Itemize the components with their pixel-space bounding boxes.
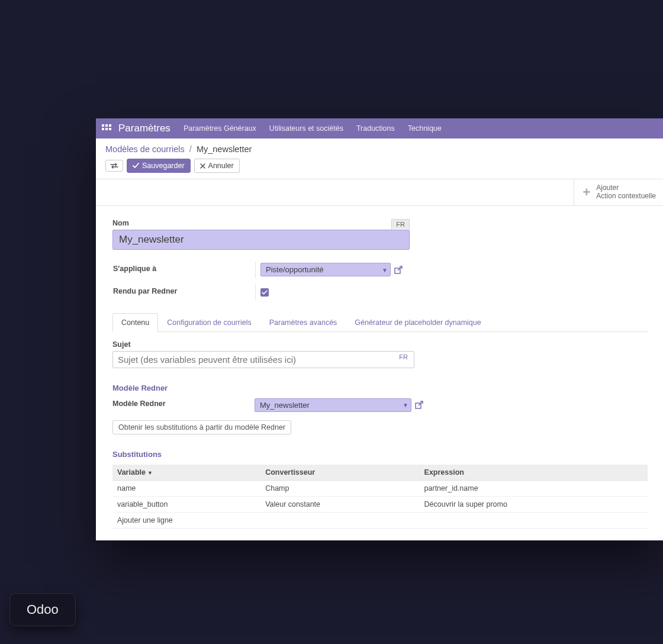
subject-lang-badge[interactable]: FR <box>395 352 412 362</box>
context-strip: + Ajouter Action contextuelle <box>96 179 663 206</box>
add-context-action-button[interactable]: + Ajouter Action contextuelle <box>574 179 663 205</box>
breadcrumb-row: Modèles de courriels / My_newsletter <box>96 139 663 159</box>
action-row: Sauvegarder Annuler <box>96 159 663 179</box>
col-header-expression[interactable]: Expression <box>420 465 648 481</box>
applies-to-value: Piste/opportunité <box>266 265 324 274</box>
cell-variable: variable_button <box>112 496 260 512</box>
tab-email-config[interactable]: Configuration de courriels <box>158 313 260 332</box>
tab-advanced[interactable]: Paramètres avancés <box>260 313 346 332</box>
redner-render-checkbox[interactable] <box>260 288 269 297</box>
cell-converter: Valeur constante <box>260 496 419 512</box>
app-title: Paramètres <box>118 123 170 134</box>
save-button[interactable]: Sauvegarder <box>127 159 191 173</box>
app-window: Paramètres Paramètres Généraux Utilisate… <box>96 118 663 540</box>
svg-rect-2 <box>109 124 111 127</box>
col-header-variable[interactable]: Variable▼ <box>112 465 260 481</box>
tab-placeholder-generator[interactable]: Générateur de placeholder dynamique <box>346 313 490 332</box>
chevron-down-icon: ▼ <box>403 402 408 408</box>
applies-to-label: S'applique à <box>113 265 255 273</box>
subject-wrap: FR <box>112 351 414 368</box>
cell-converter: Champ <box>260 480 419 496</box>
form-body: Nom FR S'applique à Piste/opportunité ▼ <box>96 206 663 540</box>
breadcrumb: Modèles de courriels / My_newsletter <box>105 144 655 154</box>
redner-render-label: Rendu par Redner <box>113 287 255 295</box>
substitutions-section-title: Substitutions <box>112 450 648 459</box>
external-link-icon[interactable] <box>415 401 423 409</box>
save-button-label: Sauvegarder <box>142 162 185 170</box>
nav-item-translations[interactable]: Traductions <box>356 124 395 133</box>
get-substitutions-button[interactable]: Obtenir les substitutions à partir du mo… <box>112 420 291 434</box>
tab-content[interactable]: Contenu <box>112 313 158 332</box>
plus-icon: + <box>582 185 590 199</box>
subject-input[interactable] <box>112 351 414 368</box>
toggle-edit-button[interactable] <box>105 160 123 172</box>
chevron-down-icon: ▼ <box>382 266 388 273</box>
swap-icon <box>110 163 118 169</box>
svg-rect-1 <box>105 124 108 127</box>
svg-rect-4 <box>105 128 108 130</box>
cell-expression: Découvrir la super promo <box>420 496 648 512</box>
breadcrumb-parent[interactable]: Modèles de courriels <box>105 144 185 154</box>
svg-rect-3 <box>102 128 104 130</box>
properties-grid: S'applique à Piste/opportunité ▼ Rendu p… <box>112 262 648 301</box>
col-header-converter[interactable]: Convertisseur <box>260 465 419 481</box>
context-action-text: Ajouter Action contextuelle <box>596 184 656 201</box>
check-icon <box>133 163 139 169</box>
subject-label: Sujet <box>112 340 648 349</box>
external-link-icon[interactable] <box>394 266 403 274</box>
svg-rect-5 <box>109 128 111 130</box>
close-icon <box>200 163 205 169</box>
cancel-button[interactable]: Annuler <box>194 159 240 173</box>
cell-variable: name <box>112 480 260 496</box>
redner-model-label: Modèle Redner <box>112 400 255 408</box>
nav-item-technical[interactable]: Technique <box>408 124 442 133</box>
sort-caret-icon: ▼ <box>147 470 153 476</box>
name-input[interactable] <box>112 230 410 250</box>
cancel-button-label: Annuler <box>208 162 234 170</box>
redner-section-title: Modèle Redner <box>112 384 648 392</box>
name-field-wrap: FR <box>112 230 410 250</box>
redner-model-row: Modèle Redner My_newsletter ▼ <box>112 398 648 412</box>
top-navbar: Paramètres Paramètres Généraux Utilisate… <box>96 118 663 139</box>
name-label: Nom <box>112 219 648 227</box>
lang-badge[interactable]: FR <box>391 219 410 229</box>
table-row[interactable]: variable_button Valeur constante Découvr… <box>112 496 648 512</box>
add-line-row[interactable]: Ajouter une ligne <box>112 512 648 528</box>
breadcrumb-sep: / <box>189 144 192 154</box>
breadcrumb-current: My_newsletter <box>197 144 252 154</box>
table-row[interactable]: name Champ partner_id.name <box>112 480 648 496</box>
add-line-link[interactable]: Ajouter une ligne <box>112 512 648 528</box>
redner-model-select[interactable]: My_newsletter ▼ <box>255 398 411 412</box>
substitutions-table: Variable▼ Convertisseur Expression name … <box>112 465 648 529</box>
nav-item-users[interactable]: Utilisateurs et sociétés <box>269 124 343 133</box>
redner-model-value: My_newsletter <box>260 401 310 410</box>
tabs: Contenu Configuration de courriels Param… <box>112 313 648 332</box>
nav-item-general[interactable]: Paramètres Généraux <box>184 124 256 133</box>
product-badge: Odoo <box>9 593 76 626</box>
applies-to-select[interactable]: Piste/opportunité ▼ <box>260 263 391 276</box>
cell-expression: partner_id.name <box>420 480 648 496</box>
svg-rect-0 <box>102 124 104 127</box>
apps-grid-icon[interactable] <box>102 124 112 133</box>
